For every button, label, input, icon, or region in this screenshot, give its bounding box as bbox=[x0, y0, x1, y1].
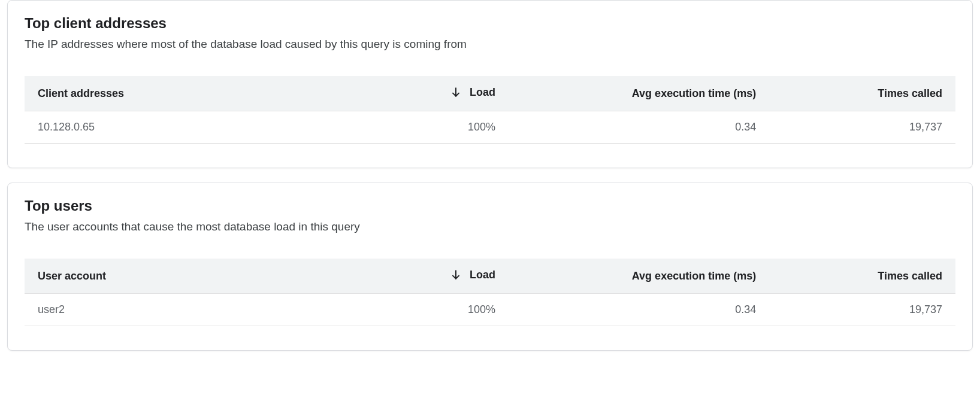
card-title: Top client addresses bbox=[25, 15, 955, 32]
sort-header[interactable]: Load bbox=[449, 86, 495, 99]
column-load[interactable]: Load bbox=[322, 76, 509, 111]
column-header-label: Client addresses bbox=[38, 87, 124, 99]
column-avg-execution-time[interactable]: Avg execution time (ms) bbox=[509, 76, 769, 111]
card-subtitle: The IP addresses where most of the datab… bbox=[25, 38, 955, 51]
cell-times-called: 19,737 bbox=[769, 111, 955, 144]
arrow-down-icon bbox=[449, 268, 462, 281]
cell-load: 100% bbox=[322, 111, 509, 144]
column-header-label: Times called bbox=[878, 270, 942, 282]
column-header-label: Load bbox=[470, 269, 495, 281]
column-client-addresses[interactable]: Client addresses bbox=[25, 76, 322, 111]
column-header-label: Avg execution time (ms) bbox=[632, 87, 756, 99]
column-user-account[interactable]: User account bbox=[25, 259, 322, 294]
column-load[interactable]: Load bbox=[322, 259, 509, 294]
arrow-down-icon bbox=[449, 86, 462, 99]
table-header-row: Client addresses Load Avg exec bbox=[25, 76, 955, 111]
cell-avg-execution-time: 0.34 bbox=[509, 294, 769, 326]
column-header-label: Load bbox=[470, 86, 495, 99]
column-header-label: Avg execution time (ms) bbox=[632, 270, 756, 282]
column-times-called[interactable]: Times called bbox=[769, 76, 955, 111]
top-client-addresses-card: Top client addresses The IP addresses wh… bbox=[7, 0, 973, 168]
cell-client-address: 10.128.0.65 bbox=[25, 111, 322, 144]
column-header-label: Times called bbox=[878, 87, 942, 99]
column-avg-execution-time[interactable]: Avg execution time (ms) bbox=[509, 259, 769, 294]
card-title: Top users bbox=[25, 198, 955, 214]
top-users-card: Top users The user accounts that cause t… bbox=[7, 183, 973, 351]
column-header-label: User account bbox=[38, 270, 106, 282]
sort-header[interactable]: Load bbox=[449, 268, 495, 281]
cell-user-account: user2 bbox=[25, 294, 322, 326]
column-times-called[interactable]: Times called bbox=[769, 259, 955, 294]
users-table: User account Load Avg executio bbox=[25, 259, 955, 326]
table-row: user2 100% 0.34 19,737 bbox=[25, 294, 955, 326]
card-subtitle: The user accounts that cause the most da… bbox=[25, 220, 955, 233]
table-header-row: User account Load Avg executio bbox=[25, 259, 955, 294]
cell-load: 100% bbox=[322, 294, 509, 326]
cell-times-called: 19,737 bbox=[769, 294, 955, 326]
cell-avg-execution-time: 0.34 bbox=[509, 111, 769, 144]
table-row: 10.128.0.65 100% 0.34 19,737 bbox=[25, 111, 955, 144]
client-addresses-table: Client addresses Load Avg exec bbox=[25, 76, 955, 144]
